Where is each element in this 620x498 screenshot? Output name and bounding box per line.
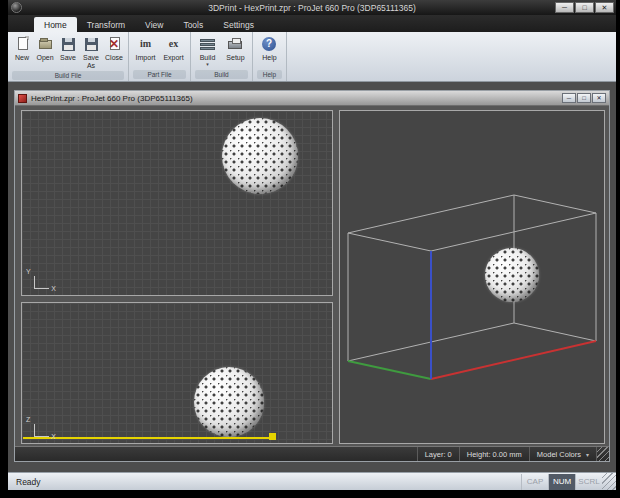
- import-icon: im: [137, 36, 154, 53]
- open-folder-icon: [37, 36, 54, 53]
- ribbon-group-build-file: New Open Save Save As ✕ Close: [8, 32, 129, 81]
- setup-button[interactable]: Setup: [222, 34, 249, 63]
- num-lock-indicator: NUM: [548, 474, 575, 490]
- axis-label-z: Z: [26, 416, 30, 423]
- printer-icon: [227, 36, 244, 53]
- build-dropdown-arrow[interactable]: ▾: [206, 62, 209, 66]
- ribbon-tabrow: Home Transform View Tools Settings: [8, 15, 616, 32]
- axis-indicator-top: Y X: [26, 268, 56, 292]
- document-resize-grip[interactable]: [597, 447, 609, 461]
- model-sphere-front-view[interactable]: [194, 367, 264, 437]
- height-indicator: Height: 0.00 mm: [460, 447, 530, 461]
- new-document-icon: [14, 36, 31, 53]
- viewport-area: Y X Z X: [15, 106, 609, 446]
- export-button[interactable]: ex Export: [160, 34, 187, 63]
- app-logo-icon[interactable]: [11, 2, 22, 13]
- tab-view[interactable]: View: [135, 17, 173, 32]
- minimize-button[interactable]: ─: [555, 2, 574, 13]
- maximize-button[interactable]: □: [575, 2, 594, 13]
- help-button[interactable]: ? Help: [256, 34, 283, 63]
- x-axis-line: [431, 341, 596, 379]
- ribbon-group-part-file: im Import ex Export Part File: [129, 32, 191, 81]
- document-window: HexPrint.zpr : ProJet 660 Pro (3DP651113…: [14, 90, 610, 462]
- layer-slider-track[interactable]: [15, 447, 418, 461]
- tab-tools[interactable]: Tools: [173, 17, 213, 32]
- document-close-button[interactable]: ✕: [592, 93, 606, 103]
- export-icon: ex: [165, 36, 182, 53]
- group-label-part-file: Part File: [133, 70, 186, 79]
- help-question-icon: ?: [261, 36, 278, 53]
- tab-home[interactable]: Home: [34, 17, 77, 32]
- viewport-3d[interactable]: [339, 110, 605, 444]
- close-file-icon: ✕: [106, 36, 123, 53]
- group-label-build-file: Build File: [12, 71, 124, 80]
- model-colors-dropdown[interactable]: Model Colors ▾: [530, 447, 597, 461]
- close-button[interactable]: ✕: [595, 2, 614, 13]
- window-resize-grip[interactable]: [602, 473, 616, 490]
- statusbar: Ready CAP NUM SCRL: [8, 472, 616, 490]
- layer-indicator: Layer: 0: [418, 447, 460, 461]
- workspace: HexPrint.zpr : ProJet 660 Pro (3DP651113…: [8, 82, 616, 472]
- window-controls: ─ □ ✕: [555, 2, 614, 13]
- open-button[interactable]: Open: [34, 34, 56, 63]
- build-button[interactable]: Build ▾: [194, 34, 221, 67]
- close-file-button[interactable]: ✕ Close: [103, 34, 125, 63]
- save-as-floppy-icon: [83, 36, 100, 53]
- tab-settings[interactable]: Settings: [213, 17, 264, 32]
- save-button[interactable]: Save: [57, 34, 79, 63]
- document-statusbar: Layer: 0 Height: 0.00 mm Model Colors ▾: [15, 446, 609, 461]
- build-volume-wireframe: [340, 111, 604, 443]
- viewport-top[interactable]: Y X: [21, 110, 333, 296]
- document-maximize-button[interactable]: □: [577, 93, 591, 103]
- import-button[interactable]: im Import: [132, 34, 159, 63]
- axis-label-y: Y: [26, 268, 31, 275]
- ribbon-group-help: ? Help Help: [253, 32, 287, 81]
- axis-label-x: X: [51, 433, 56, 440]
- build-layers-icon: [199, 36, 216, 53]
- document-title: HexPrint.zpr : ProJet 660 Pro (3DP651113…: [31, 94, 193, 103]
- ribbon-group-build: Build ▾ Setup Build: [191, 32, 253, 81]
- window-title: 3DPrint - HexPrint.zpr : ProJet 660 Pro …: [8, 3, 616, 13]
- model-sphere-top-view[interactable]: [222, 118, 298, 194]
- titlebar: 3DPrint - HexPrint.zpr : ProJet 660 Pro …: [8, 0, 616, 15]
- caps-lock-indicator: CAP: [521, 474, 548, 490]
- ribbon: New Open Save Save As ✕ Close: [8, 32, 616, 82]
- y-axis-line: [348, 361, 431, 379]
- save-floppy-icon: [60, 36, 77, 53]
- model-sphere-3d-view[interactable]: [485, 248, 539, 302]
- group-label-build: Build: [195, 70, 248, 79]
- document-window-controls: ─ □ ✕: [562, 93, 606, 103]
- axis-label-x: X: [51, 285, 56, 292]
- document-titlebar[interactable]: HexPrint.zpr : ProJet 660 Pro (3DP651113…: [15, 91, 609, 106]
- axis-indicator-front: Z X: [26, 416, 56, 440]
- group-label-help: Help: [257, 70, 282, 79]
- tab-transform[interactable]: Transform: [77, 17, 135, 32]
- new-button[interactable]: New: [11, 34, 33, 63]
- document-minimize-button[interactable]: ─: [562, 93, 576, 103]
- bed-handle: [269, 433, 276, 440]
- viewport-front[interactable]: Z X: [21, 302, 333, 444]
- build-bed-line: [22, 431, 334, 443]
- document-cube-icon: [18, 94, 27, 103]
- scroll-lock-indicator: SCRL: [575, 474, 602, 490]
- save-as-button[interactable]: Save As: [80, 34, 102, 70]
- app-window: 3DPrint - HexPrint.zpr : ProJet 660 Pro …: [8, 0, 616, 490]
- status-message: Ready: [8, 477, 41, 487]
- chevron-down-icon: ▾: [586, 451, 589, 458]
